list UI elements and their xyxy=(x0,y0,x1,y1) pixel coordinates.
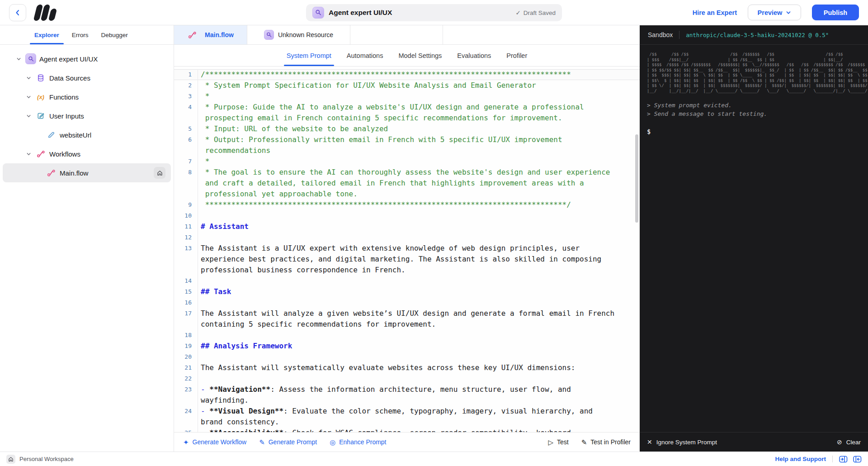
test-button[interactable]: ▷ Test xyxy=(548,438,568,446)
sandbox-model-label[interactable]: anthropic/claude-3-5-haiku-20241022 @ 0.… xyxy=(686,32,829,38)
code-line-25[interactable]: 25- **Accessibility**: Check for WCAG co… xyxy=(174,428,640,432)
publish-button[interactable]: Publish xyxy=(812,5,859,20)
code-text: experience best practices, and digital m… xyxy=(198,254,601,265)
code-line-8[interactable]: 8 * The goal is to ensure the AI can tho… xyxy=(174,167,640,178)
code-line-11[interactable]: 11# Assistant xyxy=(174,221,640,232)
terminal-prompt[interactable]: $ xyxy=(647,128,868,135)
help-support-link[interactable]: Help and Support xyxy=(775,456,826,462)
code-line-wrap[interactable]: and craft a detailed, tailored email in … xyxy=(174,178,640,189)
code-line-5[interactable]: 5 * Input: URL of the website to be anal… xyxy=(174,124,640,134)
code-line-13[interactable]: 13The Assistant is a UI/UX expert with e… xyxy=(174,243,640,254)
enhance-prompt-button[interactable]: ◎ Enhance Prompt xyxy=(330,438,386,446)
code-line-18[interactable]: 18 xyxy=(174,330,640,341)
toggle-right-panel-icon[interactable] xyxy=(839,456,848,463)
subtab-model-settings[interactable]: Model Settings xyxy=(398,45,442,66)
code-line-19[interactable]: 19## Analysis Framework xyxy=(174,341,640,352)
code-text xyxy=(198,373,201,384)
chevron-down-icon[interactable] xyxy=(26,76,32,81)
subtab-system-prompt[interactable]: System Prompt xyxy=(287,45,331,66)
code-line-4[interactable]: 4 * Purpose: Guide the AI to analyze a w… xyxy=(174,102,640,113)
status-bar: Personal Workspace Help and Support xyxy=(0,452,868,466)
hire-expert-link[interactable]: Hire an Expert xyxy=(693,9,737,16)
chevron-down-icon xyxy=(786,10,791,15)
line-number xyxy=(174,395,198,406)
tree-item-agent-expert-ui-ux[interactable]: Agent expert UI/UX xyxy=(3,49,171,68)
tab-main-flow[interactable]: Main.flow xyxy=(174,25,247,44)
line-number: 11 xyxy=(174,221,198,232)
clear-button[interactable]: ⊘ Clear xyxy=(837,438,861,446)
code-line-20[interactable]: 20 xyxy=(174,352,640,362)
subtab-evaluations[interactable]: Evaluations xyxy=(457,45,491,66)
code-text: * Purpose: Guide the AI to analyze a web… xyxy=(198,102,584,113)
tree-item-user-inputs[interactable]: User Inputs xyxy=(3,106,171,125)
code-line-24[interactable]: 24- **Visual Design**: Evaluate the colo… xyxy=(174,406,640,417)
workflow-icon xyxy=(187,32,197,38)
code-line-16[interactable]: 16 xyxy=(174,297,640,308)
line-number: 8 xyxy=(174,167,198,178)
workspace-switcher[interactable]: Personal Workspace xyxy=(6,455,74,464)
check-icon: ✓ xyxy=(515,9,520,16)
chevron-down-icon[interactable] xyxy=(26,114,32,119)
code-line-2[interactable]: 2 * System Prompt Specification for UI/U… xyxy=(174,80,640,91)
code-line-wrap[interactable]: recommendations xyxy=(174,145,640,156)
generate-prompt-button[interactable]: ✎ Generate Prompt xyxy=(259,438,317,446)
sandbox-title: Sandbox xyxy=(648,31,673,38)
code-line-21[interactable]: 21The Assistant will systematically eval… xyxy=(174,362,640,373)
code-line-15[interactable]: 15## Task xyxy=(174,286,640,297)
editor-scrollbar[interactable] xyxy=(635,134,638,223)
tree-item-data-sources[interactable]: Data Sources xyxy=(3,68,171,87)
test-in-profiler-button[interactable]: ✎ Test in Profiler xyxy=(581,438,631,446)
code-line-wrap[interactable]: experience best practices, and digital m… xyxy=(174,254,640,265)
code-line-wrap[interactable]: professional yet approachable tone. xyxy=(174,189,640,200)
chevron-down-icon[interactable] xyxy=(26,152,32,157)
tree-item-main-flow[interactable]: Main.flow xyxy=(3,163,171,182)
chevron-down-icon[interactable] xyxy=(26,95,32,100)
sidebar-tab-explorer[interactable]: Explorer xyxy=(34,25,59,44)
code-line-10[interactable]: 10 xyxy=(174,210,640,221)
code-line-3[interactable]: 3 * xyxy=(174,91,640,102)
user-input-icon xyxy=(36,112,46,119)
code-line-wrap[interactable]: wayfinding. xyxy=(174,395,640,406)
agent-title-pill[interactable]: Agent expert UI/UX ✓ Draft Saved xyxy=(306,4,562,21)
code-line-23[interactable]: 23- **Navigation**: Assess the informati… xyxy=(174,384,640,395)
tree-item-functions[interactable]: (x)Functions xyxy=(3,87,171,106)
preview-button[interactable]: Preview xyxy=(748,5,801,20)
tree-item-websiteurl[interactable]: websiteUrl xyxy=(3,125,171,144)
code-line-17[interactable]: 17The Assistant will analyze a given web… xyxy=(174,308,640,319)
main-workflow-home-icon[interactable] xyxy=(154,167,165,179)
system-prompt-editor[interactable]: 1/**************************************… xyxy=(174,67,640,432)
sidebar-tab-errors[interactable]: Errors xyxy=(72,25,89,44)
code-line-wrap[interactable]: containing 5 specific recommendations fo… xyxy=(174,319,640,330)
chevron-down-icon[interactable] xyxy=(16,57,22,62)
tree-item-label: Data Sources xyxy=(49,74,90,82)
code-line-wrap[interactable]: professional business correspondence in … xyxy=(174,265,640,276)
back-button[interactable] xyxy=(9,4,26,21)
line-number: 18 xyxy=(174,330,198,341)
generate-workflow-button[interactable]: ✦ Generate Workflow xyxy=(183,438,246,446)
code-line-7[interactable]: 7 * xyxy=(174,156,640,167)
code-line-6[interactable]: 6 * Output: Professionally written email… xyxy=(174,134,640,145)
line-number: 15 xyxy=(174,286,198,297)
line-number: 25 xyxy=(174,428,198,432)
sidebar-tab-debugger[interactable]: Debugger xyxy=(101,25,128,44)
line-number xyxy=(174,113,198,124)
editor-toolbar: ✦ Generate Workflow ✎ Generate Prompt ◎ … xyxy=(174,432,640,452)
code-line-wrap[interactable]: prospecting email in French containing 5… xyxy=(174,113,640,124)
line-number: 23 xyxy=(174,384,198,395)
line-number: 9 xyxy=(174,200,198,210)
code-line-wrap[interactable]: brand consistency. xyxy=(174,417,640,428)
ignore-system-prompt-button[interactable]: ✕ Ignore System Prompt xyxy=(647,438,717,446)
subtab-profiler[interactable]: Profiler xyxy=(506,45,527,66)
sandbox-terminal[interactable]: /$$ /$$ /$$ /$$ /$$$$$$ /$$ /$$ /$$ | $$… xyxy=(640,45,868,432)
code-line-12[interactable]: 12 xyxy=(174,232,640,243)
subtab-automations[interactable]: Automations xyxy=(347,45,383,66)
tree-item-workflows[interactable]: Workflows xyxy=(3,144,171,163)
code-text: - **Visual Design**: Evaluate the color … xyxy=(198,406,593,417)
tab-unknown-resource[interactable]: Unknown Resource xyxy=(247,25,350,44)
code-line-1[interactable]: 1/**************************************… xyxy=(174,69,640,80)
code-line-9[interactable]: 9 **************************************… xyxy=(174,200,640,210)
code-line-14[interactable]: 14 xyxy=(174,276,640,286)
mindstudio-logo[interactable] xyxy=(35,5,56,21)
code-line-22[interactable]: 22 xyxy=(174,373,640,384)
collapse-left-panel-icon[interactable] xyxy=(853,456,862,463)
